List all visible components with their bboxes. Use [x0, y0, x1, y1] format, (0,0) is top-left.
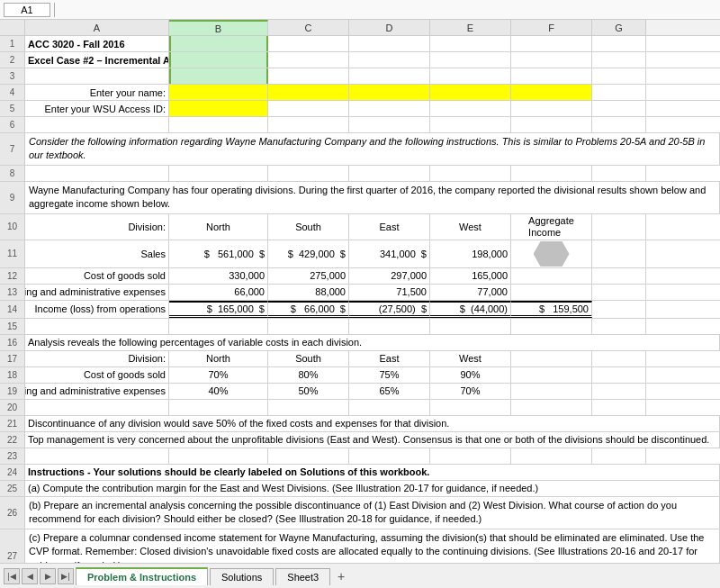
cell-c17: South	[268, 351, 349, 366]
cell-d19: 65%	[349, 384, 430, 399]
col-header-d[interactable]: D	[349, 20, 430, 35]
table-row: 6	[0, 117, 720, 133]
col-header-g[interactable]: G	[592, 20, 646, 35]
cell-d17: East	[349, 351, 430, 366]
col-header-f[interactable]: F	[511, 20, 592, 35]
row-num-15: 15	[0, 319, 25, 334]
row-num-6: 6	[0, 117, 25, 132]
table-row: 16 Analysis reveals the following percen…	[0, 335, 720, 351]
column-headers: A B C D E F G	[0, 20, 720, 36]
cell-b5-input[interactable]	[169, 101, 268, 116]
col-header-b[interactable]: B	[169, 20, 268, 35]
cell-d3	[349, 68, 430, 84]
table-row: 5 Enter your WSU Access ID:	[0, 101, 720, 117]
table-row: 24 Instructions - Your solutions should …	[0, 465, 720, 481]
cell-b1	[169, 36, 268, 51]
cell-e4-input[interactable]	[430, 85, 511, 100]
cell-b4-input[interactable]	[169, 85, 268, 100]
cell-a1[interactable]: ACC 3020 - Fall 2016	[25, 36, 169, 51]
cell-c2	[268, 52, 349, 68]
formula-bar[interactable]	[58, 5, 716, 15]
col-header-e[interactable]: E	[430, 20, 511, 35]
row-num-20: 20	[0, 400, 25, 415]
cell-f5	[511, 101, 592, 116]
row-num-17: 17	[0, 351, 25, 366]
cell-c5	[268, 101, 349, 116]
table-row: 14 Income (loss) from operations $ 165,0…	[0, 301, 720, 319]
col-header-c[interactable]: C	[268, 20, 349, 35]
cell-a17: Division:	[25, 351, 169, 366]
table-row: 18 Cost of goods sold 70% 80% 75% 90%	[0, 367, 720, 384]
row-num-23: 23	[0, 448, 25, 464]
tab-nav-next[interactable]: ▶	[40, 568, 56, 584]
row-num-14: 14	[0, 301, 25, 318]
row-num-13: 13	[0, 285, 25, 300]
cell-g2	[592, 52, 646, 68]
cell-d5	[349, 101, 430, 116]
row-num-27: 27	[0, 529, 25, 563]
cell-row21-text: Discontinuance of any division would sav…	[25, 416, 720, 431]
row-num-11: 11	[0, 240, 25, 267]
cell-row24-text: Instructions - Your solutions should be …	[25, 465, 720, 480]
cell-b3	[169, 68, 268, 84]
cell-e18: 90%	[430, 367, 511, 383]
col-header-a[interactable]: A	[25, 20, 169, 35]
cell-row26-text: (b) Prepare an incremental analysis conc…	[25, 497, 720, 529]
tab-nav-prev[interactable]: ◀	[22, 568, 38, 584]
cell-row22-text: Top management is very concerned about t…	[25, 432, 720, 448]
table-row: 13 Selling and administrative expenses 6…	[0, 285, 720, 301]
tab-bar: |◀ ◀ ▶ ▶| Problem & Instructions Solutio…	[0, 563, 720, 588]
formula-bar-area	[0, 0, 720, 20]
cell-e11: 198,000	[430, 240, 511, 267]
cell-c18: 80%	[268, 367, 349, 383]
tab-nav-first[interactable]: |◀	[4, 568, 20, 584]
cell-g4	[592, 85, 646, 100]
tab-problem-instructions[interactable]: Problem & Instructions	[76, 567, 208, 585]
table-row: 8	[0, 166, 720, 182]
cell-e19: 70%	[430, 384, 511, 399]
cell-b18: 70%	[169, 367, 268, 383]
cell-a11: Sales	[25, 240, 169, 267]
cell-d4-input[interactable]	[349, 85, 430, 100]
row-num-3: 3	[0, 68, 25, 84]
cell-c4-input[interactable]	[268, 85, 349, 100]
cell-b19: 40%	[169, 384, 268, 399]
table-row: 21 Discontinuance of any division would …	[0, 416, 720, 432]
cell-c19: 50%	[268, 384, 349, 399]
tab-solutions[interactable]: Solutions	[210, 568, 274, 585]
tab-nav-last[interactable]: ▶|	[58, 568, 74, 584]
cell-f14: $ 159,500	[511, 301, 592, 318]
cell-e5	[430, 101, 511, 116]
tab-sheet3[interactable]: Sheet3	[275, 568, 330, 585]
table-row: 12 Cost of goods sold 330,000 275,000 29…	[0, 268, 720, 285]
cell-a2[interactable]: Excel Case #2 – Incremental Analysis	[25, 52, 169, 68]
add-sheet-button[interactable]: +	[332, 567, 350, 585]
row-num-26: 26	[0, 497, 25, 529]
cell-c1	[268, 36, 349, 51]
row-num-12: 12	[0, 268, 25, 284]
cell-d14: (27,500) $	[349, 301, 430, 318]
table-row: 11 Sales $ 561,000 $ $ 429,000 $ 341,000…	[0, 240, 720, 268]
cell-a5: Enter your WSU Access ID:	[25, 101, 169, 116]
name-box[interactable]	[4, 3, 50, 17]
table-row: 23	[0, 448, 720, 465]
cell-c13: 88,000	[268, 285, 349, 300]
cell-e13: 77,000	[430, 285, 511, 300]
cell-a19: Selling and administrative expenses	[25, 384, 169, 399]
cell-f10: AggregateIncome	[511, 214, 592, 240]
grid: 1 ACC 3020 - Fall 2016 2 Excel Case #2 –…	[0, 36, 720, 563]
row-num-16: 16	[0, 335, 25, 350]
cell-f4-input[interactable]	[511, 85, 592, 100]
cell-row27-text: (c) Prepare a columnar condensed income …	[25, 529, 720, 563]
cell-d10: East	[349, 214, 430, 240]
cell-a14: Income (loss) from operations	[25, 301, 169, 318]
table-row: 4 Enter your name:	[0, 85, 720, 101]
cell-b12: 330,000	[169, 268, 268, 284]
cell-c3	[268, 68, 349, 84]
cell-e14: $ (44,000)	[430, 301, 511, 318]
cell-b17: North	[169, 351, 268, 366]
table-row: 20	[0, 400, 720, 416]
cell-f13	[511, 285, 592, 300]
cell-b14: $ 165,000 $	[169, 301, 268, 318]
table-row: 2 Excel Case #2 – Incremental Analysis	[0, 52, 720, 68]
